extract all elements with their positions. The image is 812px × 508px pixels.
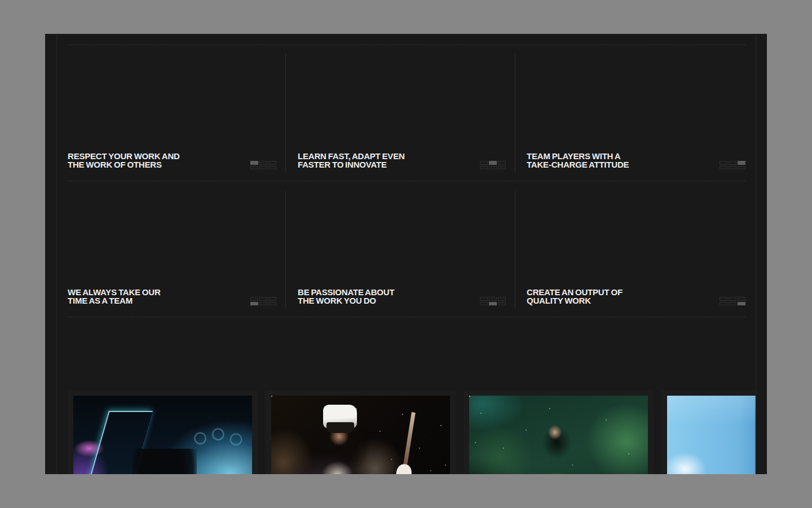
vr-headset-shape: [323, 405, 357, 428]
photo-card[interactable]: [68, 390, 258, 474]
dark-page-surface: RESPECT YOUR WORK AND THE WORK OF OTHERS…: [45, 34, 767, 474]
vr-headset-window-photo: [667, 396, 756, 474]
value-heading-learn-fast: LEARN FAST, ADAPT EVEN FASTER TO INNOVAT…: [298, 152, 405, 169]
vr-headset-guitar-photo: [271, 396, 450, 474]
value-heading-respect: RESPECT YOUR WORK AND THE WORK OF OTHERS: [68, 152, 180, 169]
guitar-shape: [403, 412, 416, 469]
pixel-grid-icon: [720, 161, 745, 169]
value-heading-team-players: TEAM PLAYERS WITH A TAKE-CHARGE ATTITUDE: [527, 152, 629, 169]
girl-in-plants-photo: [469, 396, 648, 474]
pixel-grid-icon: [480, 297, 506, 305]
left-frame-line: [56, 34, 57, 474]
top-dashed-divider: [68, 45, 745, 45]
pixel-grid-icon: [250, 161, 276, 169]
carousel-track[interactable]: [68, 390, 756, 474]
column-divider: [515, 191, 515, 309]
pixel-grid-icon: [720, 297, 745, 305]
photo-carousel[interactable]: [68, 390, 756, 474]
photo-card[interactable]: [266, 390, 456, 474]
column-divider: [285, 191, 286, 309]
sparkle-dots: [271, 396, 272, 397]
pixel-grid-icon: [480, 161, 506, 169]
neon-arcade-photo: [73, 396, 252, 474]
middle-dashed-divider: [68, 181, 745, 181]
photo-card[interactable]: [661, 390, 756, 474]
value-heading-take-our-time: WE ALWAYS TAKE OUR TIME AS A TEAM: [68, 288, 161, 305]
right-frame-line: [756, 34, 756, 474]
column-divider: [285, 54, 286, 173]
value-heading-passionate: BE PASSIONATE ABOUT THE WORK YOU DO: [298, 288, 394, 305]
value-heading-quality-work: CREATE AN OUTPUT OF QUALITY WORK: [527, 288, 623, 305]
pixel-grid-icon: [250, 297, 276, 305]
column-divider: [515, 54, 515, 173]
bottom-dashed-divider: [68, 317, 745, 317]
photo-card[interactable]: [464, 390, 654, 474]
sparkle-dots: [469, 396, 470, 397]
silhouette-shape: [133, 449, 197, 474]
